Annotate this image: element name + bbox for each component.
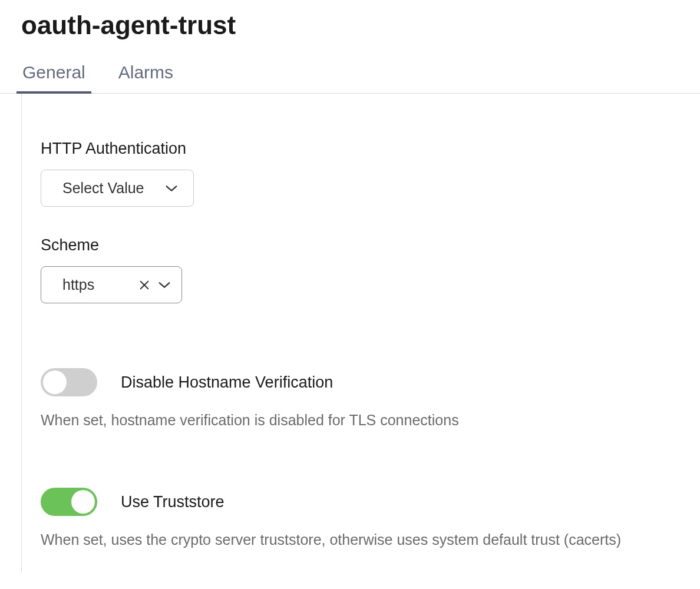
field-label-http-authentication: HTTP Authentication (41, 140, 681, 158)
field-label-scheme: Scheme (41, 236, 681, 254)
tab-general[interactable]: General (21, 54, 87, 93)
field-scheme: Scheme https (41, 236, 681, 303)
tab-alarms[interactable]: Alarms (117, 54, 174, 93)
clear-icon[interactable] (139, 280, 150, 290)
select-scheme[interactable]: https (41, 266, 182, 303)
select-http-authentication[interactable]: Select Value (41, 170, 194, 207)
toggle-knob (43, 370, 67, 394)
toggle-description-use-truststore: When set, uses the crypto server trustst… (41, 531, 681, 548)
field-http-authentication: HTTP Authentication Select Value (41, 140, 681, 207)
chevron-down-icon (158, 281, 171, 289)
toggle-section-use-truststore: Use Truststore When set, uses the crypto… (41, 488, 681, 548)
toggle-knob (71, 490, 95, 514)
toggle-disable-hostname-verification[interactable] (41, 368, 97, 396)
toggle-label-disable-hostname: Disable Hostname Verification (121, 373, 333, 392)
tabs-bar: General Alarms (0, 54, 700, 94)
select-value-http-authentication: Select Value (62, 180, 144, 197)
toggle-section-disable-hostname: Disable Hostname Verification When set, … (41, 368, 681, 429)
chevron-down-icon (165, 184, 178, 193)
page-title: oauth-agent-trust (0, 0, 700, 54)
toggle-label-use-truststore: Use Truststore (121, 493, 224, 511)
toggle-description-disable-hostname: When set, hostname verification is disab… (41, 412, 681, 429)
toggle-use-truststore[interactable] (41, 488, 97, 516)
tab-content: HTTP Authentication Select Value Scheme … (21, 94, 700, 572)
select-value-scheme: https (62, 276, 94, 293)
